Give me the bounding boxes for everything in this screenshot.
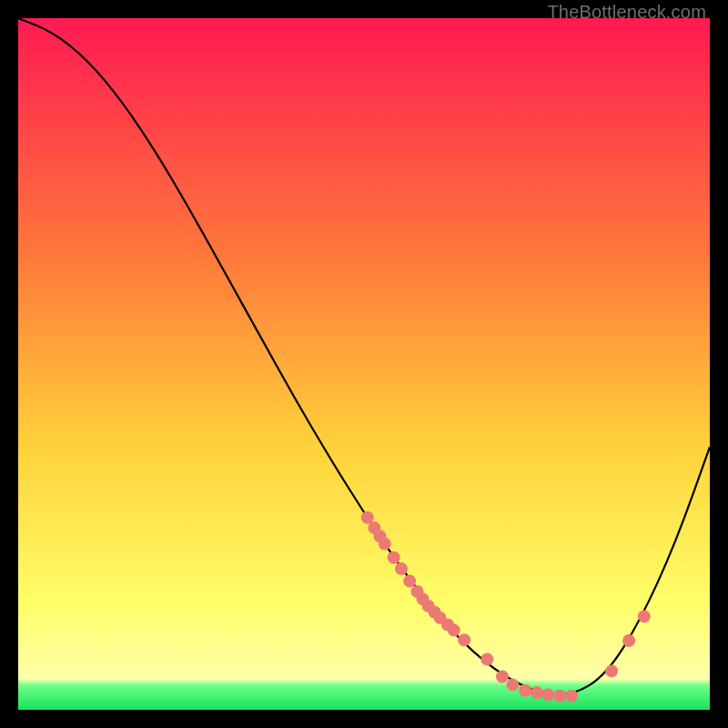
data-marker bbox=[458, 633, 470, 646]
data-marker bbox=[361, 511, 374, 524]
data-marker bbox=[388, 551, 400, 564]
chart-frame bbox=[18, 18, 710, 710]
data-marker bbox=[553, 690, 566, 703]
data-marker bbox=[541, 688, 554, 701]
data-marker bbox=[519, 684, 531, 697]
data-marker bbox=[565, 690, 578, 703]
data-marker bbox=[403, 575, 416, 588]
data-marker bbox=[379, 538, 391, 551]
data-marker bbox=[496, 671, 509, 683]
data-marker bbox=[506, 679, 519, 692]
data-marker bbox=[605, 664, 618, 677]
data-marker bbox=[622, 634, 635, 647]
bottleneck-chart bbox=[18, 18, 710, 710]
gradient-background bbox=[18, 18, 710, 710]
data-marker bbox=[395, 562, 408, 575]
data-marker bbox=[448, 624, 460, 637]
data-marker bbox=[638, 610, 651, 622]
data-marker bbox=[480, 653, 493, 666]
data-marker bbox=[531, 686, 543, 699]
